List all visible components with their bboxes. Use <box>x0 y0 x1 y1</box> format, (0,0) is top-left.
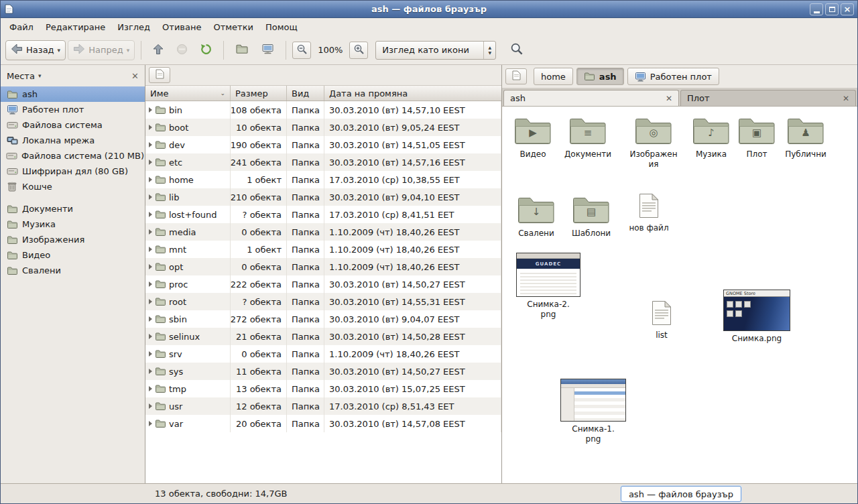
computer-button[interactable] <box>256 40 280 60</box>
minimize-button[interactable] <box>810 3 823 15</box>
sidebar-item-9[interactable]: Музика <box>1 216 145 232</box>
expander-icon[interactable] <box>149 403 152 409</box>
zoom-out-button[interactable] <box>292 42 311 59</box>
expander-icon[interactable] <box>149 247 152 252</box>
icon-item-9[interactable]: GUADECСнимка-2. png <box>515 253 582 320</box>
close-button[interactable]: × <box>841 3 854 15</box>
expander-icon[interactable] <box>149 212 152 217</box>
sidebar-item-0[interactable]: ash <box>1 86 145 102</box>
tab-0[interactable]: ash✕ <box>503 90 679 106</box>
table-row[interactable]: bin108 обектаПапка30.03.2010 (вт) 14,57,… <box>145 101 501 119</box>
icon-item-7[interactable]: ▤Шаблони <box>560 194 622 239</box>
back-history-dropdown-icon[interactable]: ▾ <box>58 47 61 54</box>
taskbar-window-button[interactable]: ash — файлов браузър <box>621 486 741 502</box>
sidebar-close-icon[interactable]: ✕ <box>131 71 139 81</box>
search-button[interactable] <box>505 40 529 60</box>
expander-icon[interactable] <box>149 107 152 113</box>
sidebar-item-3[interactable]: Локална мрежа <box>1 133 145 148</box>
menu-item-2[interactable]: Изглед <box>111 19 156 35</box>
expander-icon[interactable] <box>149 316 152 322</box>
icon-item-10[interactable]: list <box>631 300 692 340</box>
pane-location-button[interactable] <box>149 67 170 83</box>
expander-icon[interactable] <box>149 351 152 357</box>
table-row[interactable]: etc241 обектаПапка30.03.2010 (вт) 14,57,… <box>145 153 501 171</box>
expander-icon[interactable] <box>149 386 152 391</box>
expander-icon[interactable] <box>149 334 152 339</box>
reload-button[interactable] <box>195 40 217 60</box>
sidebar-item-12[interactable]: Свалени <box>1 263 145 278</box>
icon-canvas[interactable]: ▶Видео≡Документи◎Изображен ия♪Музика▣Пло… <box>502 107 857 483</box>
close-tab-icon[interactable]: ✕ <box>843 94 849 103</box>
column-header-date[interactable]: Дата на промяна <box>324 86 501 101</box>
pathbar-button-2[interactable]: Работен плот <box>627 68 719 85</box>
table-row[interactable]: opt0 обектаПапка1.10.2009 (чт) 18,40,26 … <box>145 258 501 275</box>
table-row[interactable]: var20 обектаПапка30.03.2010 (вт) 14,57,0… <box>145 415 501 432</box>
menu-item-1[interactable]: Редактиране <box>40 19 111 35</box>
menu-item-4[interactable]: Отметки <box>207 19 259 35</box>
table-row[interactable]: lost+found? обектаПапка17.03.2010 (ср) 8… <box>145 206 501 223</box>
maximize-button[interactable] <box>825 3 839 15</box>
expander-icon[interactable] <box>149 369 152 374</box>
sidebar-item-11[interactable]: Видео <box>1 247 145 263</box>
home-button[interactable] <box>230 40 254 60</box>
places-selector[interactable]: Места ▾ <box>7 71 41 81</box>
table-row[interactable]: usr12 обектаПапка17.03.2010 (ср) 8,51,43… <box>145 397 501 415</box>
expander-icon[interactable] <box>149 421 152 426</box>
pathbar-button-0[interactable]: home <box>534 68 573 85</box>
titlebar[interactable]: ash — файлов браузър × <box>1 1 857 18</box>
back-button[interactable]: Назад ▾ <box>5 40 66 60</box>
table-row[interactable]: root? обектаПапка30.03.2010 (вт) 14,55,3… <box>145 293 501 310</box>
column-header-name[interactable]: Име⌄ <box>145 86 231 101</box>
table-row[interactable]: boot10 обектаПапка30.03.2010 (вт) 9,05,2… <box>145 119 501 136</box>
expander-icon[interactable] <box>149 142 152 147</box>
menu-item-0[interactable]: Файл <box>3 19 40 35</box>
zoom-in-button[interactable] <box>349 42 368 59</box>
icon-item-11[interactable]: GNOME StoreСнимка.png <box>723 290 790 344</box>
icon-item-12[interactable]: Снимка-1. png <box>560 379 627 444</box>
expander-icon[interactable] <box>149 281 152 287</box>
pathbar-button-1[interactable]: ash <box>576 68 624 85</box>
expander-icon[interactable] <box>149 264 152 269</box>
sidebar-item-5[interactable]: Шифриран дял (80 GB) <box>1 164 145 179</box>
table-row[interactable]: sys11 обектаПапка30.03.2010 (вт) 14,50,2… <box>145 363 501 380</box>
expander-icon[interactable] <box>149 160 152 165</box>
expander-icon[interactable] <box>149 229 152 235</box>
spinner-arrows-icon[interactable]: ▲▼ <box>483 42 495 59</box>
sidebar-item-8[interactable]: Документи <box>1 201 145 216</box>
table-row[interactable]: srv0 обектаПапка1.10.2009 (чт) 18,40,26 … <box>145 345 501 363</box>
column-header-size[interactable]: Размер <box>231 86 287 101</box>
table-row[interactable]: dev190 обектаПапка30.03.2010 (вт) 14,51,… <box>145 136 501 153</box>
sidebar-item-4[interactable]: Файлова система (210 MB) <box>1 148 145 164</box>
pane-location-button[interactable] <box>505 68 527 84</box>
sidebar-item-2[interactable]: Файлова система <box>1 117 145 133</box>
column-header-type[interactable]: Вид <box>287 86 324 101</box>
menu-item-5[interactable]: Помощ <box>259 19 304 35</box>
expander-icon[interactable] <box>149 177 152 182</box>
expander-icon[interactable] <box>149 125 152 130</box>
table-row[interactable]: mnt1 обектПапка1.10.2009 (чт) 18,40,26 E… <box>145 241 501 258</box>
menu-item-3[interactable]: Отиване <box>156 19 207 35</box>
table-row[interactable]: selinux21 обектаПапка30.03.2010 (вт) 14,… <box>145 328 501 345</box>
icon-item-8[interactable]: нов файл <box>618 193 680 233</box>
table-row[interactable]: proc222 обектаПапка30.03.2010 (вт) 14,50… <box>145 275 501 293</box>
table-row[interactable]: sbin272 обектаПапка30.03.2010 (вт) 9,04,… <box>145 310 501 328</box>
icon-item-6[interactable]: ↓Свалени <box>505 194 567 239</box>
table-row[interactable]: home1 обектПапка17.03.2010 (ср) 10,38,55… <box>145 171 501 188</box>
stop-button[interactable] <box>171 40 193 60</box>
table-row[interactable]: lib210 обектаПапка30.03.2010 (вт) 9,04,1… <box>145 188 501 206</box>
icon-item-5[interactable]: ♟Публични <box>775 115 837 160</box>
icon-item-1[interactable]: ≡Документи <box>557 115 619 160</box>
forward-button[interactable]: Напред ▾ <box>68 40 135 60</box>
sidebar-item-6[interactable]: Кошче <box>1 179 145 194</box>
sidebar-item-1[interactable]: Работен плот <box>1 102 145 117</box>
icon-item-0[interactable]: ▶Видео <box>502 115 564 160</box>
up-button[interactable] <box>147 40 169 60</box>
icon-item-2[interactable]: ◎Изображен ия <box>623 115 684 170</box>
table-row[interactable]: media0 обектаПапка1.10.2009 (чт) 18,40,2… <box>145 223 501 241</box>
close-tab-icon[interactable]: ✕ <box>666 94 672 103</box>
sidebar-item-10[interactable]: Изображения <box>1 232 145 247</box>
table-row[interactable]: tmp13 обектаПапка30.03.2010 (вт) 15,07,2… <box>145 380 501 397</box>
expander-icon[interactable] <box>149 299 152 304</box>
tab-1[interactable]: Плот✕ <box>680 90 856 106</box>
expander-icon[interactable] <box>149 194 152 200</box>
